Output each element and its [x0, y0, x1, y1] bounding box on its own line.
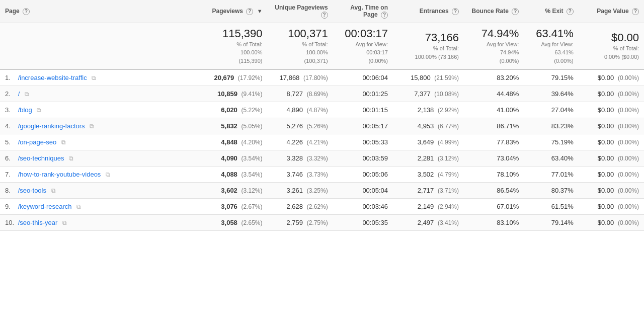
pageviews-pct: (2.65%) [241, 219, 262, 226]
copy-icon[interactable]: ⧉ [76, 203, 81, 210]
value-amount: $0.00 [598, 171, 614, 178]
table-row: 8. /seo-tools ⧉ 3,602 (3.12%) 3,261 (3.2… [0, 183, 644, 199]
help-icon-pageviews[interactable]: ? [246, 8, 253, 15]
value-amount: $0.00 [598, 74, 614, 81]
pageviews-pct: (17.92%) [238, 74, 263, 81]
exit-value: 80.37% [551, 187, 574, 194]
bounce-value: 83.20% [497, 74, 519, 81]
copy-icon[interactable]: ⧉ [61, 139, 66, 146]
copy-icon[interactable]: ⧉ [69, 155, 73, 162]
unique-cell: 17,868 (17.80%) [268, 69, 333, 86]
copy-icon[interactable]: ⧉ [25, 91, 29, 98]
value-cell: $0.00 (0.00%) [579, 199, 644, 215]
page-cell-0: 1. /increase-website-traffic ⧉ [0, 69, 197, 86]
col-label-unique: Unique Pageviews [275, 4, 328, 11]
page-link[interactable]: /increase-website-traffic [18, 74, 87, 81]
help-icon-unique[interactable]: ? [321, 12, 328, 19]
summary-exit-cell: 63.41% Avg for View: 63.41% (0.00%) [524, 23, 578, 69]
summary-exit: 63.41% [536, 27, 574, 40]
col-header-page: Page ? [0, 0, 197, 23]
page-link[interactable]: / [18, 90, 20, 98]
pageviews-cell: 3,602 (3.12%) [197, 183, 268, 199]
page-cell-6: 7. /how-to-rank-youtube-videos ⧉ [0, 167, 197, 183]
unique-pct: (3.32%) [307, 155, 328, 162]
table-row: 4. /google-ranking-factors ⧉ 5,832 (5.05… [0, 118, 644, 134]
value-amount: $0.00 [598, 138, 614, 146]
entrances-value: 2,281 [418, 154, 434, 162]
help-icon-exit[interactable]: ? [567, 8, 574, 15]
entrances-cell: 4,953 (6.77%) [393, 118, 464, 134]
page-link[interactable]: /seo-techniques [18, 154, 64, 162]
avgtime-value: 00:03:46 [362, 203, 388, 210]
row-number: 6. [5, 154, 16, 162]
value-cell: $0.00 (0.00%) [579, 86, 644, 102]
copy-icon[interactable]: ⧉ [106, 171, 110, 178]
sort-icon-pageviews[interactable]: ▼ [257, 8, 263, 14]
page-link[interactable]: /on-page-seo [18, 138, 57, 146]
pageviews-pct: (9.41%) [241, 91, 262, 98]
bounce-cell: 86.54% [464, 183, 524, 199]
exit-value: 63.40% [551, 154, 574, 162]
page-link[interactable]: /seo-this-year [18, 219, 58, 226]
copy-icon[interactable]: ⧉ [92, 74, 96, 81]
col-label-bounce: Bounce Rate [472, 8, 509, 15]
bounce-cell: 83.20% [464, 69, 524, 86]
unique-pct: (17.80%) [303, 74, 328, 81]
copy-icon[interactable]: ⧉ [62, 219, 67, 226]
avgtime-value: 00:01:15 [362, 106, 388, 114]
entrances-cell: 2,281 (3.12%) [393, 150, 464, 167]
exit-value: 61.51% [551, 203, 574, 210]
help-icon-entrances[interactable]: ? [452, 8, 459, 15]
pageviews-cell: 4,848 (4.20%) [197, 134, 268, 150]
help-icon-page[interactable]: ? [23, 8, 30, 15]
help-icon-value[interactable]: ? [632, 8, 639, 15]
avgtime-value: 00:05:17 [362, 122, 388, 130]
avgtime-cell: 00:05:35 [333, 215, 393, 231]
col-header-bounce: Bounce Rate ? [464, 0, 524, 23]
entrances-cell: 2,497 (3.41%) [393, 215, 464, 231]
help-icon-bounce[interactable]: ? [512, 8, 519, 15]
page-link[interactable]: /seo-tools [18, 187, 46, 194]
pageviews-pct: (4.20%) [241, 139, 262, 146]
pageviews-cell: 5,832 (5.05%) [197, 118, 268, 134]
bounce-value: 67.01% [497, 203, 519, 210]
table-row: 9. /keyword-research ⧉ 3,076 (2.67%) 2,6… [0, 199, 644, 215]
value-cell: $0.00 (0.00%) [579, 150, 644, 167]
summary-unique-sub: % of Total: 100.00% (100,371) [273, 40, 328, 65]
unique-value: 2,628 [286, 203, 303, 210]
copy-icon[interactable]: ⧉ [51, 187, 56, 194]
col-header-entrances: Entrances ? [393, 0, 464, 23]
summary-pageviews-cell: 115,390 % of Total: 100.00% (115,390) [197, 23, 268, 69]
page-link[interactable]: /how-to-rank-youtube-videos [18, 171, 101, 178]
summary-avgtime-cell: 00:03:17 Avg for View: 00:03:17 (0.00%) [333, 23, 393, 69]
entrances-pct: (3.41%) [438, 219, 459, 226]
unique-cell: 3,746 (3.73%) [268, 167, 333, 183]
pageviews-value: 4,088 [221, 171, 237, 178]
page-cell-3: 4. /google-ranking-factors ⧉ [0, 118, 197, 134]
table-row: 6. /seo-techniques ⧉ 4,090 (3.54%) 3,328… [0, 150, 644, 167]
copy-icon[interactable]: ⧉ [37, 107, 41, 114]
pageviews-cell: 6,020 (5.22%) [197, 102, 268, 118]
page-link[interactable]: /blog [18, 106, 32, 114]
page-link[interactable]: /google-ranking-factors [18, 122, 85, 130]
entrances-cell: 3,649 (4.99%) [393, 134, 464, 150]
value-cell: $0.00 (0.00%) [579, 118, 644, 134]
pageviews-pct: (5.22%) [241, 107, 262, 114]
pageviews-cell: 4,090 (3.54%) [197, 150, 268, 167]
exit-value: 27.04% [551, 106, 574, 114]
page-link[interactable]: /keyword-research [18, 203, 72, 210]
pageviews-pct: (2.67%) [241, 203, 262, 210]
row-number: 3. [5, 106, 16, 114]
unique-value: 8,727 [286, 90, 303, 98]
summary-unique: 100,371 [288, 27, 328, 40]
exit-value: 77.01% [551, 171, 574, 178]
col-label-page: Page [5, 8, 20, 15]
pageviews-pct: (5.05%) [241, 123, 262, 130]
exit-value: 79.14% [551, 219, 574, 226]
col-header-pageviews[interactable]: Pageviews ? ▼ [197, 0, 268, 23]
col-header-value: Page Value ? [579, 0, 644, 23]
avgtime-cell: 00:01:15 [333, 102, 393, 118]
copy-icon[interactable]: ⧉ [90, 123, 94, 130]
help-icon-avgtime[interactable]: ? [381, 12, 388, 19]
avgtime-cell: 00:05:04 [333, 183, 393, 199]
